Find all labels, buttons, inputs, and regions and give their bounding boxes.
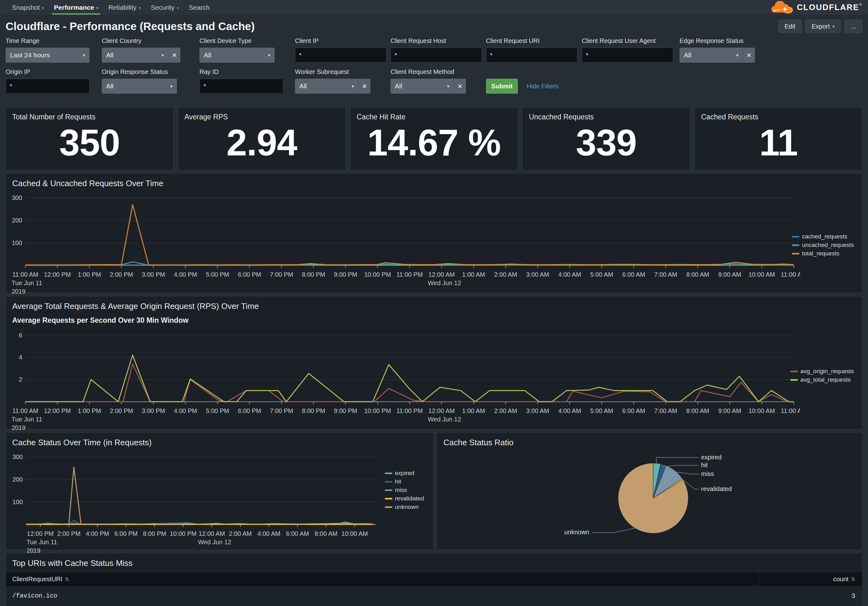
clear-client-request-method-button[interactable]: ✕	[454, 79, 466, 94]
svg-text:8:00 AM: 8:00 AM	[315, 530, 338, 537]
legend-item[interactable]: miss	[385, 486, 424, 494]
svg-text:10:00 AM: 10:00 AM	[341, 530, 368, 537]
svg-text:12:00 AM: 12:00 AM	[198, 530, 225, 537]
legend-item[interactable]: hit	[385, 478, 424, 485]
svg-text:2019: 2019	[26, 547, 41, 553]
svg-text:1:00 AM: 1:00 AM	[462, 407, 485, 414]
legend-label: revalidated	[395, 495, 424, 502]
edge-response-status-select[interactable]: All▾	[679, 48, 743, 63]
svg-text:100: 100	[12, 239, 22, 246]
kpi-average-rps: Average RPS 2.94	[178, 107, 346, 170]
legend-swatch-icon	[385, 472, 392, 474]
panel-cache-status-ratio: Cache Status Ratio expiredhitmissrevalid…	[437, 432, 862, 550]
filter-label: Worker Subrequest	[295, 68, 391, 76]
svg-text:1:00 AM: 1:00 AM	[462, 271, 485, 278]
legend-swatch-icon	[385, 481, 392, 483]
caret-down-icon: ▾	[444, 84, 450, 89]
client-country-select[interactable]: All▾	[102, 48, 168, 63]
svg-text:2:00 PM: 2:00 PM	[110, 271, 133, 278]
client-request-user-agent-input[interactable]	[582, 48, 673, 63]
table-row[interactable]: /favicon.ico 3	[6, 587, 862, 604]
svg-text:9:00 PM: 9:00 PM	[334, 407, 357, 414]
svg-text:hit: hit	[701, 461, 708, 468]
kpi-cache-hit-rate: Cache Hit Rate 14.67 %	[350, 107, 518, 170]
svg-text:10:00 PM: 10:00 PM	[364, 407, 391, 414]
svg-text:12:00 PM: 12:00 PM	[27, 530, 54, 537]
time-range-select[interactable]: Last 24 hours▾	[6, 48, 90, 63]
client-device-type-select[interactable]: All▾	[200, 48, 274, 63]
dashboard-header: Cloudflare - Performance (Requests and C…	[0, 15, 868, 33]
origin-response-status-select[interactable]: All▾	[102, 79, 177, 94]
worker-subrequest-select[interactable]: All▾	[295, 79, 358, 94]
clear-client-country-button[interactable]: ✕	[168, 48, 180, 63]
svg-text:2:00 PM: 2:00 PM	[110, 407, 133, 414]
client-request-method-select[interactable]: All▾	[391, 79, 454, 94]
nav-label: Performance	[54, 4, 94, 11]
legend-swatch-icon	[385, 498, 392, 499]
charts-row: Cache Status Over Time (in Requests) 100…	[6, 432, 862, 550]
svg-text:11:00 AM: 11:00 AM	[781, 271, 800, 278]
svg-text:12:00 AM: 12:00 AM	[428, 271, 455, 278]
caret-down-icon: ▾	[349, 84, 354, 89]
export-button[interactable]: Export▾	[805, 20, 841, 33]
svg-text:4:00 AM: 4:00 AM	[558, 271, 581, 278]
sort-icon: ⇅	[851, 576, 855, 582]
filter-label: Client Device Type	[200, 37, 295, 45]
legend-item[interactable]: avg_origin_requests	[790, 368, 854, 375]
legend-item[interactable]: avg_total_requests	[790, 376, 854, 383]
nav-item-search[interactable]: Search	[184, 0, 215, 15]
filter-actions: Submit Hide Filters	[486, 68, 558, 94]
nav-item-reliability[interactable]: Reliability ▾	[103, 0, 146, 15]
legend-item[interactable]: cached_requests	[792, 233, 854, 240]
svg-text:1:00 PM: 1:00 PM	[78, 407, 101, 414]
svg-text:12:00 PM: 12:00 PM	[44, 271, 71, 278]
sort-icon: ⇅	[65, 576, 69, 582]
filter-bar: Time Range Last 24 hours▾ Client Country…	[0, 33, 868, 94]
filter-label: Client Request Method	[391, 68, 486, 76]
kpi-uncached-requests: Uncached Requests 339	[522, 107, 690, 170]
legend-item[interactable]: revalidated	[385, 495, 424, 502]
svg-text:5:00 PM: 5:00 PM	[206, 271, 229, 278]
submit-button[interactable]: Submit	[486, 79, 518, 94]
svg-text:9:00 AM: 9:00 AM	[718, 271, 741, 278]
column-header-count[interactable]: count⇅	[759, 572, 862, 586]
svg-text:2:00 AM: 2:00 AM	[494, 271, 517, 278]
column-header-clientrequesturi[interactable]: ClientRequestURI⇅	[6, 576, 759, 583]
edit-button[interactable]: Edit	[778, 20, 801, 33]
svg-text:6:00 PM: 6:00 PM	[238, 271, 261, 278]
legend-item[interactable]: expired	[385, 470, 424, 477]
client-request-uri-input[interactable]	[486, 48, 577, 63]
hide-filters-link[interactable]: Hide Filters	[527, 83, 558, 90]
chart-legend[interactable]: expiredhitmissrevalidatedunknown	[385, 470, 424, 510]
more-options-button[interactable]: ...	[845, 20, 862, 33]
nav-item-snapshot[interactable]: Snapshot ▾	[7, 0, 49, 15]
filter-origin-response-status: Origin Response Status All▾	[102, 68, 200, 94]
svg-text:100: 100	[12, 499, 23, 505]
svg-text:6:00 PM: 6:00 PM	[114, 530, 138, 537]
filter-label: Origin IP	[6, 68, 102, 76]
origin-ip-input[interactable]	[6, 79, 90, 94]
chart-legend[interactable]: avg_origin_requestsavg_total_requests	[790, 368, 854, 383]
legend-item[interactable]: unknown	[385, 503, 424, 510]
svg-text:300: 300	[12, 454, 23, 460]
svg-text:4:00 PM: 4:00 PM	[86, 530, 109, 537]
ray-id-input[interactable]	[200, 79, 284, 94]
clear-worker-subrequest-button[interactable]: ✕	[358, 79, 370, 94]
client-request-host-input[interactable]	[391, 48, 482, 63]
legend-label: hit	[395, 478, 401, 485]
nav-item-performance[interactable]: Performance ▾	[49, 0, 103, 15]
nav-item-security[interactable]: Security ▾	[146, 0, 184, 15]
chart-legend[interactable]: cached_requestsuncached_requeststotal_re…	[792, 233, 854, 257]
client-ip-input[interactable]	[295, 48, 386, 63]
svg-text:Tue Jun 11: Tue Jun 11	[12, 416, 42, 423]
svg-text:5:00 AM: 5:00 AM	[590, 271, 613, 278]
cache-status-ratio-pie: expiredhitmissrevalidatedunknown	[442, 449, 849, 545]
nav-label: Search	[189, 4, 210, 11]
clear-edge-response-status-button[interactable]: ✕	[743, 48, 755, 63]
legend-item[interactable]: uncached_requests	[792, 242, 854, 249]
svg-text:11:00 PM: 11:00 PM	[397, 271, 423, 278]
svg-text:10:00 PM: 10:00 PM	[364, 271, 391, 278]
legend-item[interactable]: total_requests	[792, 250, 854, 257]
filter-label: Origin Response Status	[102, 68, 200, 76]
svg-text:6:00 AM: 6:00 AM	[622, 407, 645, 414]
